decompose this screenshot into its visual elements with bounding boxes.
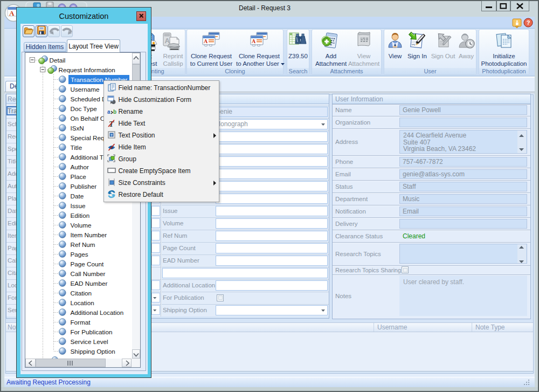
svg-text:A: A xyxy=(9,9,15,17)
svg-text:?: ? xyxy=(527,19,530,26)
